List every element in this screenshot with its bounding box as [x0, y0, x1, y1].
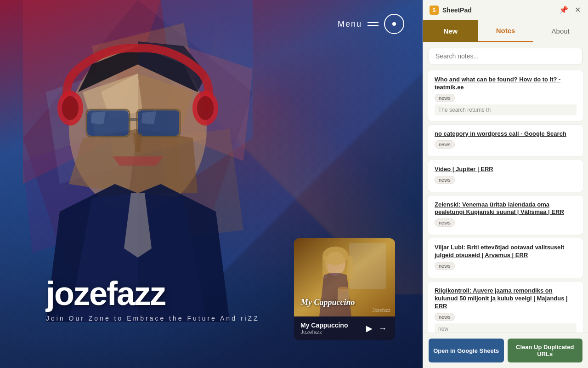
svg-point-28: [197, 96, 214, 120]
music-title-overlay: My Cappuccino: [301, 298, 388, 307]
search-input[interactable]: [429, 48, 582, 64]
note-card-2[interactable]: no category in wordpress call - Google S…: [428, 124, 583, 157]
panel-footer: Open in Google Sheets Clean Up Duplicate…: [423, 333, 588, 368]
note-title-1: Who and what can be found? How do to it?…: [435, 76, 577, 92]
tab-about[interactable]: About: [533, 20, 588, 42]
note-preview-1: The search returns th: [435, 104, 577, 115]
note-tags-3: news: [435, 176, 577, 184]
svg-rect-38: [347, 256, 353, 279]
menu-label: Menu: [338, 19, 362, 29]
notes-list: Who and what can be found? How do to it?…: [423, 68, 588, 333]
note-title-6: Riigikontroll: Auvere jaama remondiks on…: [435, 287, 577, 310]
note-tags-1: news: [435, 94, 577, 102]
brand-subtitle: Join Our Zone to Embrace the Future And …: [46, 315, 260, 322]
svg-point-40: [338, 287, 349, 291]
menu-button[interactable]: Menu: [338, 14, 404, 34]
panel-title-row: S SheetPad: [430, 6, 472, 15]
note-tags-6: news: [435, 313, 577, 321]
menu-lines-icon: [368, 22, 379, 26]
panel-controls: 📌 ✕: [558, 5, 582, 15]
panel-title: SheetPad: [442, 6, 472, 14]
note-title-2: no category in wordpress call - Google S…: [435, 130, 577, 138]
sheetpad-app-icon: S: [430, 6, 439, 15]
cleanup-button[interactable]: Clean Up Duplicated URLs: [508, 339, 583, 362]
character-artwork: [23, 0, 253, 322]
tab-notes[interactable]: Notes: [478, 20, 533, 42]
music-artist-name: Jozefazz: [300, 329, 362, 335]
note-tags-5: news: [435, 262, 577, 270]
search-container: [423, 42, 588, 68]
panel-header: S SheetPad 📌 ✕: [423, 0, 588, 20]
music-info: My Cappuccino Jozefazz ▶ →: [294, 316, 395, 340]
close-button[interactable]: ✕: [574, 5, 582, 15]
note-tag: news: [435, 140, 455, 149]
svg-marker-22: [113, 156, 163, 166]
music-watermark: Jozefazz: [373, 308, 390, 313]
character-svg: [23, 0, 253, 322]
note-card-4[interactable]: Zelenski: Venemaa üritab laiendada oma p…: [428, 195, 583, 236]
brand-title: Jozefazz: [46, 277, 260, 310]
svg-point-27: [62, 96, 79, 120]
note-tag: news: [435, 313, 455, 321]
music-meta: My Cappuccino Jozefazz: [300, 322, 362, 335]
next-button[interactable]: →: [377, 324, 389, 334]
music-card: My Cappuccino Jozefazz My Cappuccino Joz…: [294, 238, 395, 340]
note-tag: news: [435, 262, 455, 270]
open-sheets-button[interactable]: Open in Google Sheets: [429, 339, 504, 362]
note-tags-2: news: [435, 140, 577, 149]
pin-button[interactable]: 📌: [558, 5, 569, 15]
note-card-5[interactable]: Viljar Lubi: Briti ettevõtjad ootavad va…: [428, 238, 583, 278]
note-tags-4: news: [435, 218, 577, 227]
svg-marker-19: [91, 111, 106, 124]
note-preview-6: new: [435, 323, 577, 333]
music-track-name: My Cappuccino: [300, 322, 362, 329]
note-tag: news: [435, 218, 455, 227]
brand-section: Jozefazz Join Our Zone to Embrace the Fu…: [46, 277, 260, 322]
note-title-4: Zelenski: Venemaa üritab laiendada oma p…: [435, 201, 577, 217]
svg-marker-20: [141, 111, 156, 124]
svg-rect-34: [349, 243, 386, 289]
note-title-5: Viljar Lubi: Briti ettevõtjad ootavad va…: [435, 244, 577, 259]
music-thumbnail: My Cappuccino Jozefazz: [294, 238, 395, 316]
note-card-6[interactable]: Riigikontroll: Auvere jaama remondiks on…: [428, 281, 583, 333]
note-card-3[interactable]: Video | Jupiter | ERR news: [428, 160, 583, 192]
note-tag: news: [435, 176, 455, 184]
tabs-row: New Notes About: [423, 20, 588, 42]
note-card-1[interactable]: Who and what can be found? How do to it?…: [428, 70, 583, 121]
sheetpad-panel: S SheetPad 📌 ✕ New Notes About Who and w…: [423, 0, 588, 368]
note-tag: news: [435, 94, 455, 102]
note-title-3: Video | Jupiter | ERR: [435, 166, 577, 173]
main-content: Menu: [0, 0, 423, 368]
tab-new[interactable]: New: [423, 20, 478, 42]
menu-circle-icon: [384, 14, 404, 34]
play-button[interactable]: ▶: [362, 321, 377, 336]
